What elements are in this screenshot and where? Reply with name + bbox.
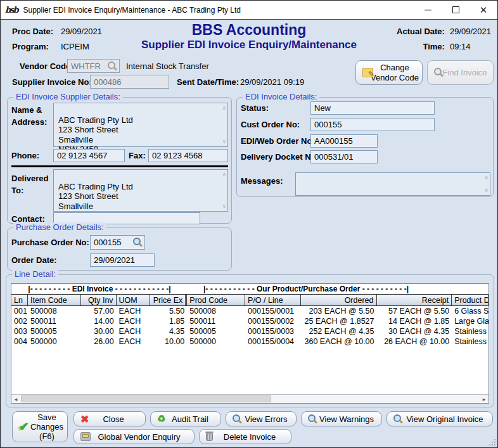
vendor-code-label: Vendor Code: (20, 61, 73, 71)
minimize-button[interactable] (414, 1, 442, 19)
scroll-up-icon[interactable]: ∧ (222, 105, 226, 111)
vendor-code-field[interactable]: WHTFR (67, 59, 120, 73)
table-row[interactable]: 00150000857.00EACH5.50500008000155/00012… (11, 306, 488, 316)
name-address-label: Name & Address: (11, 104, 47, 128)
order-date-field[interactable]: 29/09/2021 (90, 253, 155, 267)
purchase-order-no-label: Purchase Order No: (11, 238, 89, 247)
app-logo-icon: bsb (5, 5, 18, 15)
line-detail-title: Line Detail: (12, 269, 58, 279)
recycle-icon: ♻ (157, 413, 165, 425)
table-row[interactable]: 00250001114.00EACH1.85500011000155/00022… (11, 316, 488, 326)
magnifier-icon (308, 414, 317, 424)
maximize-button[interactable] (442, 1, 469, 19)
scroll-down-icon[interactable]: ∨ (222, 139, 226, 144)
delete-invoice-button[interactable]: Delete Invoice (199, 429, 291, 444)
scroll-up-icon[interactable]: ∧ (484, 175, 488, 181)
status-field[interactable]: New (310, 101, 435, 115)
actual-date-value: 29/09/2021 (450, 24, 491, 39)
col-qty-inv: Qty Inv (81, 295, 117, 305)
edi-web-order-label: EDI/Web Order No: (241, 136, 315, 146)
status-label: Status: (241, 103, 269, 113)
vendor-lookup-icon[interactable] (108, 61, 117, 71)
view-errors-button[interactable]: View Errors (226, 411, 297, 426)
close-button[interactable]: ✖ Close (73, 411, 146, 426)
invoice-details-group: EDI Invoice Details: Status: New Cust Or… (236, 97, 494, 197)
name-address-textarea[interactable]: ABC Trading Pty Ltd 123 Short Street Sma… (53, 103, 228, 147)
supplier-invoice-field[interactable]: 000486 (90, 75, 169, 89)
time-value: 09:14 (450, 39, 491, 54)
vendor-name-text: Internal Stock Transfer (126, 61, 209, 71)
actual-date-label: Actual Date: (397, 24, 445, 39)
purchase-order-no-field[interactable]: 000155 (90, 235, 145, 250)
trash-icon (206, 433, 213, 441)
check-icon: ✔ (19, 422, 29, 432)
col-item-code: Item Code (28, 295, 81, 305)
order-date-label: Order Date: (11, 255, 57, 265)
delivery-docket-label: Delivery Docket No: (241, 152, 319, 162)
global-vendor-enquiry-button[interactable]: Global Vendor Enquiry (73, 429, 195, 444)
edit-note-icon (362, 68, 373, 77)
our-product-group-header: |- - - - - - - - - - - Our Product/Purch… (188, 285, 425, 293)
invoice-details-title: EDI Invoice Details: (243, 92, 319, 101)
magnifier-icon (393, 414, 403, 424)
scrollbar-thumb[interactable] (21, 395, 271, 402)
phone-label: Phone: (11, 151, 39, 160)
date-time-info: Actual Date: 29/09/2021 Time: 09:14 (397, 24, 491, 54)
col-ordered: Ordered (301, 295, 377, 305)
supplier-invoice-label: Supplier Invoice No: (12, 77, 92, 87)
col-product-desc: Product De (452, 295, 488, 305)
po-lookup-icon[interactable] (133, 238, 143, 247)
purchase-order-title: Purchase Order Details: (13, 222, 106, 232)
change-vendor-code-button[interactable]: Change Vendor Code (355, 60, 423, 85)
cust-order-field[interactable]: 000155 (310, 118, 435, 131)
delivered-to-label: Delivered To: (11, 172, 49, 196)
maximize-icon (452, 6, 459, 13)
find-invoice-button[interactable]: Find Invoice (427, 60, 494, 85)
table-column-headers: Ln Item Code Qty Inv UOM Price Ex Prod C… (11, 294, 488, 306)
delivery-docket-field[interactable]: 000531/01 (310, 150, 378, 163)
window-controls: ✕ (414, 1, 497, 19)
col-price-ex: Price Ex (150, 295, 187, 305)
messages-textarea[interactable]: ∧ ∨ (295, 172, 490, 196)
view-original-invoice-button[interactable]: View Original Invoice (386, 411, 493, 426)
fax-field[interactable]: 02 9123 4568 (148, 149, 228, 162)
supplier-details-group: EDI Invoice Supplier Details: Name & Add… (7, 97, 232, 224)
save-changes-button[interactable]: ✔ Save Changes (F6) (12, 411, 68, 442)
scroll-down-icon[interactable]: ∨ (222, 203, 226, 209)
edi-web-order-field[interactable]: AA000155 (310, 134, 378, 148)
supplier-details-title: EDI Invoice Supplier Details: (13, 92, 123, 101)
col-po-line: P/O / Line (245, 295, 301, 305)
edi-invoice-group-header: |- - - - - - - - - EDI Invoice - - - - -… (11, 285, 188, 293)
table-row[interactable]: 00450000026.00EACH10.00500000000155/0004… (11, 336, 488, 347)
card-file-icon (80, 432, 91, 441)
resize-grip[interactable] (489, 439, 495, 445)
window-title: Supplier EDI Invoice Enquiry/Maintenance… (23, 6, 241, 15)
sent-datetime-label: Sent Date/Time: (177, 77, 239, 87)
sent-datetime-value: 29/09/2021 09:19 (240, 77, 304, 87)
close-icon: ✕ (480, 4, 488, 16)
magnifier-icon (233, 414, 242, 424)
audit-trail-button[interactable]: ♻ Audit Trail (150, 411, 221, 426)
col-uom: UOM (117, 295, 151, 305)
delivered-to-textarea[interactable]: ABC Trading Pty Ltd 123 Short Street Sma… (53, 169, 228, 212)
horizontal-scrollbar[interactable]: ◂ ▸ (11, 394, 488, 403)
red-x-icon: ✖ (80, 413, 89, 425)
phone-field[interactable]: 02 9123 4567 (53, 149, 125, 162)
minimize-icon (425, 10, 431, 11)
view-warnings-button[interactable]: View Warnings (301, 411, 382, 426)
scroll-right-icon[interactable]: ▸ (480, 395, 488, 403)
close-window-button[interactable]: ✕ (469, 1, 497, 19)
col-prod-code: Prod Code (187, 295, 245, 305)
col-receipt: Receipt (377, 295, 452, 305)
purchase-order-group: Purchase Order Details: Purchase Order N… (7, 227, 232, 271)
col-ln: Ln (11, 295, 28, 305)
scroll-up-icon[interactable]: ∧ (222, 172, 226, 177)
scroll-left-icon[interactable]: ◂ (11, 395, 20, 403)
scroll-down-icon[interactable]: ∨ (484, 188, 488, 193)
cust-order-label: Cust Order No: (241, 120, 300, 129)
table-row[interactable]: 00350000530.00EACH4.35500005000155/00032… (11, 326, 488, 336)
find-invoice-magnifier-icon (434, 68, 444, 77)
title-bar[interactable]: bsb Supplier EDI Invoice Enquiry/Mainten… (1, 1, 497, 20)
line-detail-table[interactable]: |- - - - - - - - - EDI Invoice - - - - -… (11, 283, 489, 404)
time-label: Time: (397, 39, 445, 54)
